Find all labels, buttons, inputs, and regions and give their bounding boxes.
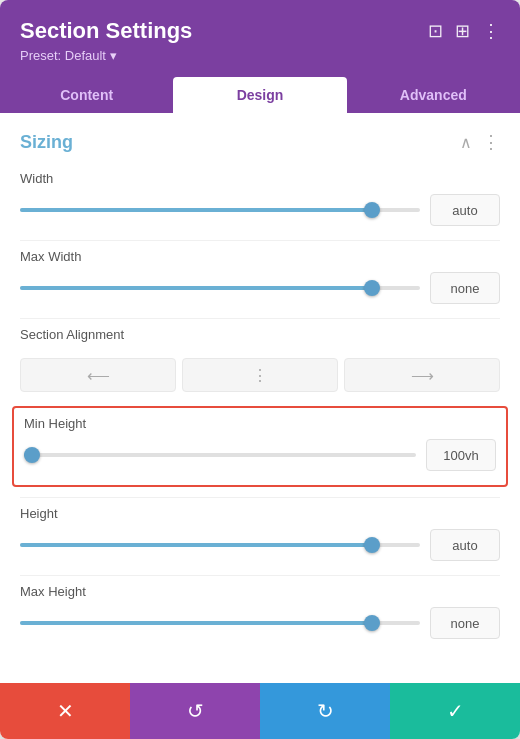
width-slider-container (20, 200, 420, 220)
max-width-input[interactable] (430, 272, 500, 304)
panel-title: Section Settings (20, 18, 192, 44)
alignment-buttons: ⟵ ⋮ ⟶ (0, 350, 520, 406)
max-width-slider-container (20, 278, 420, 298)
max-width-slider-thumb[interactable] (364, 280, 380, 296)
height-slider-thumb[interactable] (364, 537, 380, 553)
cancel-button[interactable]: ✕ (0, 683, 130, 739)
max-height-slider-thumb[interactable] (364, 615, 380, 631)
cancel-icon: ✕ (57, 699, 74, 723)
height-setting: Height (0, 498, 520, 575)
max-height-slider-fill (20, 621, 372, 625)
max-width-slider-row (20, 272, 500, 304)
height-slider-fill (20, 543, 372, 547)
min-height-label: Min Height (24, 416, 496, 431)
max-height-slider-track[interactable] (20, 621, 420, 625)
panel: Section Settings ⊡ ⊞ ⋮ Preset: Default ▾… (0, 0, 520, 739)
align-left-icon: ⟵ (87, 366, 110, 385)
height-input[interactable] (430, 529, 500, 561)
height-slider-track[interactable] (20, 543, 420, 547)
max-width-setting: Max Width (0, 241, 520, 318)
columns-icon[interactable]: ⊞ (455, 20, 470, 42)
min-height-input[interactable] (426, 439, 496, 471)
max-height-slider-row (20, 607, 500, 639)
undo-button[interactable]: ↺ (130, 683, 260, 739)
sizing-section-header: Sizing ∧ ⋮ (0, 113, 520, 163)
width-slider-row (20, 194, 500, 226)
save-button[interactable]: ✓ (390, 683, 520, 739)
width-slider-track[interactable] (20, 208, 420, 212)
footer: ✕ ↺ ↻ ✓ (0, 683, 520, 739)
height-label: Height (20, 506, 500, 521)
width-input[interactable] (430, 194, 500, 226)
expand-icon[interactable]: ⊡ (428, 20, 443, 42)
align-center-icon: ⋮ (252, 366, 268, 385)
min-height-setting: Min Height (12, 406, 508, 487)
alignment-label: Section Alignment (0, 319, 520, 342)
redo-button[interactable]: ↻ (260, 683, 390, 739)
max-width-label: Max Width (20, 249, 500, 264)
align-left-button[interactable]: ⟵ (20, 358, 176, 392)
max-height-label: Max Height (20, 584, 500, 599)
max-width-slider-fill (20, 286, 372, 290)
max-height-input[interactable] (430, 607, 500, 639)
min-height-slider-container (24, 445, 416, 465)
width-label: Width (20, 171, 500, 186)
undo-icon: ↺ (187, 699, 204, 723)
max-width-slider-track[interactable] (20, 286, 420, 290)
tab-design[interactable]: Design (173, 77, 346, 113)
align-right-button[interactable]: ⟶ (344, 358, 500, 392)
more-icon[interactable]: ⋮ (482, 20, 500, 42)
min-height-slider-row (24, 439, 496, 471)
redo-icon: ↻ (317, 699, 334, 723)
sizing-title: Sizing (20, 132, 73, 153)
align-right-icon: ⟶ (411, 366, 434, 385)
header-icons: ⊡ ⊞ ⋮ (428, 20, 500, 42)
tabs: Content Design Advanced (0, 77, 520, 113)
max-height-setting: Max Height (0, 576, 520, 653)
header-top: Section Settings ⊡ ⊞ ⋮ (20, 18, 500, 44)
section-more-icon[interactable]: ⋮ (482, 131, 500, 153)
header: Section Settings ⊡ ⊞ ⋮ Preset: Default ▾ (0, 0, 520, 77)
preset-label[interactable]: Preset: Default ▾ (20, 48, 500, 63)
width-setting: Width (0, 163, 520, 240)
width-slider-thumb[interactable] (364, 202, 380, 218)
max-height-slider-container (20, 613, 420, 633)
collapse-icon[interactable]: ∧ (460, 133, 472, 152)
min-height-slider-thumb[interactable] (24, 447, 40, 463)
height-slider-container (20, 535, 420, 555)
align-center-button[interactable]: ⋮ (182, 358, 338, 392)
content-area: Sizing ∧ ⋮ Width Max Width (0, 113, 520, 683)
height-slider-row (20, 529, 500, 561)
min-height-slider-track[interactable] (24, 453, 416, 457)
section-controls: ∧ ⋮ (460, 131, 500, 153)
save-icon: ✓ (447, 699, 464, 723)
width-slider-fill (20, 208, 372, 212)
tab-advanced[interactable]: Advanced (347, 77, 520, 113)
tab-content[interactable]: Content (0, 77, 173, 113)
